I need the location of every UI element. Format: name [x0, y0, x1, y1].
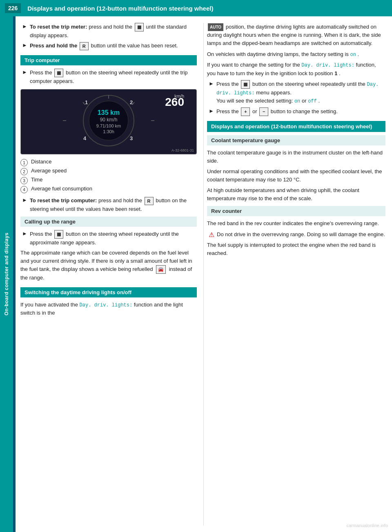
- bullet-arrow3: ►: [22, 69, 27, 85]
- dashboard-display: km/h 260 1 2 3 4 135 km 90 km/h 9.71/: [20, 89, 197, 154]
- legend-list: 1 Distance 2 Average speed 3 Time 4 Aver…: [20, 159, 197, 193]
- dashboard-svg: 1 2 3 4 135 km 90 km/h 9.71/100 km 1:30h: [60, 92, 158, 150]
- menu-btn-range[interactable]: ▦: [54, 230, 63, 239]
- off-setting: off: [308, 98, 317, 104]
- coolant-gauge-header: Coolant temperature gauge: [207, 135, 385, 145]
- refuel-icon: 🚘: [156, 265, 166, 274]
- coolant-para1: The coolant temperature gauge is in the …: [207, 149, 385, 165]
- on-setting: on: [294, 98, 300, 104]
- r-btn-reset-tc[interactable]: R: [145, 197, 154, 206]
- daytime-lights-header: Switching the daytime driving lights on/…: [20, 287, 197, 297]
- sidebar-tab: On-board computer and displays: [0, 16, 13, 532]
- menu-btn-right[interactable]: ▦: [241, 80, 250, 89]
- reset-trip-meter-item: ► To reset the trip meter: press and hol…: [20, 23, 197, 39]
- hold-r-text2: button until the value has been reset.: [91, 42, 178, 49]
- legend-item: 2 Average speed: [20, 168, 197, 175]
- content-area: ► To reset the trip meter: press and hol…: [16, 16, 392, 532]
- hold-r-text: Press and hold the R button until the va…: [30, 42, 197, 50]
- daytime-lights-para: If you have activated the Day. driv. lig…: [20, 301, 197, 317]
- trip-computer-text: Press the ▦ button on the steering wheel…: [30, 69, 197, 85]
- dash-speed: 260: [165, 96, 184, 109]
- warning-icon: ⚠: [209, 231, 214, 239]
- displays-section-header: Displays and operation (12-button multif…: [207, 121, 385, 132]
- bullet-arrow-r2: ►: [209, 108, 214, 116]
- bullet-arrow5: ►: [22, 230, 27, 246]
- reset-trip-bold: To reset the trip meter:: [30, 24, 87, 30]
- trip-computer-header: Trip computer: [20, 55, 197, 65]
- reset-trip-computer-text: To reset the trip computer: press and ho…: [30, 197, 197, 213]
- rev-counter-para1: The red band in the rev counter indicate…: [207, 219, 385, 228]
- bullet-arrow2: ►: [22, 42, 27, 50]
- plus-button[interactable]: +: [241, 107, 250, 116]
- left-column: ► To reset the trip meter: press and hol…: [16, 23, 203, 525]
- factory-setting-para: On vehicles with daytime driving lamps, …: [207, 50, 385, 59]
- legend-item: 3 Time: [20, 177, 197, 184]
- page-number: 226: [5, 3, 21, 13]
- bullet-arrow-r1: ►: [209, 80, 214, 105]
- svg-text:90 km/h: 90 km/h: [100, 117, 118, 123]
- menu-btn-trip[interactable]: ▦: [54, 69, 63, 77]
- circle-badge: 2: [20, 168, 28, 175]
- calling-range-text2: button on the steering wheel repeatedly …: [30, 231, 179, 246]
- reset-trip-text1: press and hold the: [89, 24, 132, 30]
- dash-ref: A-32-6801-31: [172, 148, 194, 152]
- legend-item-label: Average fuel consumption: [31, 186, 92, 193]
- reset-trip-meter-text: To reset the trip meter: press and hold …: [30, 23, 197, 39]
- calling-range-para: The approximate range which can be cover…: [20, 249, 197, 282]
- svg-text:4: 4: [83, 136, 87, 142]
- svg-text:1: 1: [85, 100, 88, 106]
- menu-button-icon[interactable]: ▦: [135, 23, 144, 31]
- header-bar: 226 Displays and operation (12-button mu…: [0, 0, 392, 16]
- day-driv-code-right: Day. driv. lights:: [301, 63, 354, 68]
- reset-trip-computer-bullet: ► To reset the trip computer: press and …: [20, 197, 197, 213]
- coolant-para3: At high outside temperatures and when dr…: [207, 186, 385, 203]
- press-plus-minus-bullet: ► Press the + or − button to change the …: [207, 107, 385, 116]
- legend-item-label: Distance: [31, 159, 52, 166]
- svg-text:1:30h: 1:30h: [103, 130, 114, 134]
- press-menu-bullet: ► Press the ▦ button on the steering whe…: [207, 80, 385, 105]
- auto-btn-icon: AUTO: [208, 23, 223, 31]
- legend-item: 1 Distance: [20, 159, 197, 166]
- press-plus-minus-text: Press the + or − button to change the se…: [216, 107, 385, 116]
- day-driv-code1: Day. driv. lights:: [80, 302, 133, 308]
- press-hold-bold: Press and hold the: [30, 42, 77, 49]
- warning-text: Do not drive in the overrevving range. D…: [217, 230, 385, 239]
- r-button-icon[interactable]: R: [80, 42, 89, 51]
- right-column: AUTO position, the daytime driving light…: [203, 23, 392, 525]
- reset-tc-text: press and hold the: [98, 197, 142, 203]
- press-the-range: Press the: [30, 231, 52, 237]
- sidebar-label: On-board computer and displays: [4, 232, 9, 315]
- watermark: carmanualonline.info: [346, 523, 388, 528]
- circle-badge: 3: [20, 177, 28, 184]
- rev-counter-para2: The fuel supply is interrupted to protec…: [207, 241, 385, 257]
- calling-range-bullet: ► Press the ▦ button on the steering whe…: [20, 230, 197, 246]
- calling-range-text: Press the ▦ button on the steering wheel…: [30, 230, 197, 246]
- circle-badge: 4: [20, 186, 28, 193]
- press-the-trip: Press the: [30, 69, 52, 76]
- legend-item: 4 Average fuel consumption: [20, 186, 197, 193]
- warning-item: ⚠ Do not drive in the overrevving range.…: [207, 230, 385, 239]
- header-title: Displays and operation (12-button multif…: [27, 5, 213, 12]
- legend-item-label: Average speed: [31, 168, 67, 175]
- bullet-arrow: ►: [22, 23, 27, 39]
- change-setting-para: If you want to change the setting for th…: [207, 61, 385, 78]
- trip-computer-bullet: ► Press the ▦ button on the steering whe…: [20, 69, 197, 85]
- coolant-para2: Under normal operating conditions and wi…: [207, 168, 385, 184]
- on-text: on: [350, 52, 356, 58]
- hold-r-button-item: ► Press and hold the R button until the …: [20, 42, 197, 50]
- legend-item-label: Time: [31, 177, 42, 184]
- auto-position-para: AUTO position, the daytime driving light…: [207, 23, 385, 48]
- circle-badge: 1: [20, 159, 28, 166]
- calling-range-header: Calling up the range: [20, 217, 197, 227]
- svg-text:9.71/100 km: 9.71/100 km: [96, 124, 121, 129]
- trip-computer-text2: button on the steering wheel repeatedly …: [30, 69, 188, 84]
- rev-counter-header: Rev counter: [207, 206, 385, 216]
- press-menu-text: Press the ▦ button on the steering wheel…: [216, 80, 385, 105]
- minus-button[interactable]: −: [259, 107, 268, 116]
- svg-text:135 km: 135 km: [98, 110, 120, 116]
- main-container: On-board computer and displays ► To rese…: [0, 16, 392, 532]
- svg-text:3: 3: [130, 136, 133, 142]
- reset-tc-bold: To reset the trip computer:: [30, 197, 97, 203]
- bullet-arrow4: ►: [22, 197, 27, 213]
